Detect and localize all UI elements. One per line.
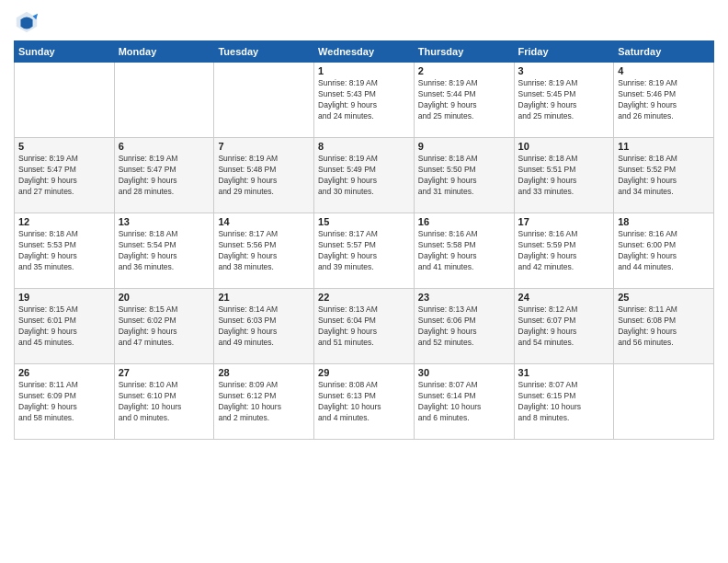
day-number: 30 bbox=[418, 367, 510, 378]
calendar-cell: 21Sunrise: 8:14 AM Sunset: 6:03 PM Dayli… bbox=[214, 289, 314, 364]
day-number: 8 bbox=[318, 141, 410, 152]
calendar-cell: 4Sunrise: 8:19 AM Sunset: 5:46 PM Daylig… bbox=[614, 63, 714, 138]
calendar-cell: 30Sunrise: 8:07 AM Sunset: 6:14 PM Dayli… bbox=[414, 364, 514, 440]
day-number: 17 bbox=[518, 216, 610, 227]
day-number: 10 bbox=[518, 141, 610, 152]
day-number: 14 bbox=[218, 216, 310, 227]
day-number: 16 bbox=[418, 216, 510, 227]
day-info: Sunrise: 8:18 AM Sunset: 5:51 PM Dayligh… bbox=[518, 154, 610, 198]
calendar-table: SundayMondayTuesdayWednesdayThursdayFrid… bbox=[14, 40, 714, 440]
day-info: Sunrise: 8:18 AM Sunset: 5:50 PM Dayligh… bbox=[418, 154, 510, 198]
day-info: Sunrise: 8:09 AM Sunset: 6:12 PM Dayligh… bbox=[218, 380, 310, 424]
main-container: SundayMondayTuesdayWednesdayThursdayFrid… bbox=[0, 0, 728, 563]
day-number: 13 bbox=[119, 216, 210, 227]
day-info: Sunrise: 8:11 AM Sunset: 6:08 PM Dayligh… bbox=[618, 304, 710, 349]
logo-icon bbox=[14, 9, 40, 35]
day-info: Sunrise: 8:07 AM Sunset: 6:15 PM Dayligh… bbox=[518, 380, 610, 424]
day-number: 15 bbox=[318, 216, 410, 227]
calendar-cell: 2Sunrise: 8:19 AM Sunset: 5:44 PM Daylig… bbox=[414, 63, 514, 138]
calendar-cell: 11Sunrise: 8:18 AM Sunset: 5:52 PM Dayli… bbox=[614, 138, 714, 213]
calendar-cell: 6Sunrise: 8:19 AM Sunset: 5:47 PM Daylig… bbox=[114, 138, 214, 213]
logo bbox=[14, 9, 43, 35]
day-info: Sunrise: 8:13 AM Sunset: 6:04 PM Dayligh… bbox=[318, 304, 410, 349]
calendar-cell: 1Sunrise: 8:19 AM Sunset: 5:43 PM Daylig… bbox=[314, 63, 415, 138]
calendar-cell: 3Sunrise: 8:19 AM Sunset: 5:45 PM Daylig… bbox=[514, 63, 614, 138]
calendar-cell: 22Sunrise: 8:13 AM Sunset: 6:04 PM Dayli… bbox=[314, 289, 415, 364]
day-number: 3 bbox=[518, 65, 610, 76]
calendar-cell: 23Sunrise: 8:13 AM Sunset: 6:06 PM Dayli… bbox=[414, 289, 514, 364]
day-info: Sunrise: 8:08 AM Sunset: 6:13 PM Dayligh… bbox=[318, 380, 410, 424]
day-info: Sunrise: 8:19 AM Sunset: 5:47 PM Dayligh… bbox=[18, 154, 110, 198]
calendar-cell: 16Sunrise: 8:16 AM Sunset: 5:58 PM Dayli… bbox=[414, 213, 514, 289]
weekday-header-thursday: Thursday bbox=[414, 41, 514, 63]
calendar-cell bbox=[114, 63, 214, 138]
calendar-cell: 28Sunrise: 8:09 AM Sunset: 6:12 PM Dayli… bbox=[214, 364, 314, 440]
calendar-cell: 8Sunrise: 8:19 AM Sunset: 5:49 PM Daylig… bbox=[314, 138, 415, 213]
day-info: Sunrise: 8:12 AM Sunset: 6:07 PM Dayligh… bbox=[518, 304, 610, 349]
day-info: Sunrise: 8:07 AM Sunset: 6:14 PM Dayligh… bbox=[418, 380, 510, 424]
calendar-cell: 13Sunrise: 8:18 AM Sunset: 5:54 PM Dayli… bbox=[114, 213, 214, 289]
calendar-cell: 17Sunrise: 8:16 AM Sunset: 5:59 PM Dayli… bbox=[514, 213, 614, 289]
day-info: Sunrise: 8:15 AM Sunset: 6:01 PM Dayligh… bbox=[18, 304, 110, 349]
day-number: 5 bbox=[18, 141, 110, 152]
day-info: Sunrise: 8:19 AM Sunset: 5:49 PM Dayligh… bbox=[318, 154, 410, 198]
day-number: 18 bbox=[618, 216, 710, 227]
calendar-cell: 20Sunrise: 8:15 AM Sunset: 6:02 PM Dayli… bbox=[114, 289, 214, 364]
day-number: 28 bbox=[218, 367, 310, 378]
week-row-1: 5Sunrise: 8:19 AM Sunset: 5:47 PM Daylig… bbox=[15, 138, 714, 213]
day-info: Sunrise: 8:18 AM Sunset: 5:54 PM Dayligh… bbox=[119, 229, 210, 273]
calendar-cell: 9Sunrise: 8:18 AM Sunset: 5:50 PM Daylig… bbox=[414, 138, 514, 213]
day-number: 27 bbox=[119, 367, 210, 378]
day-info: Sunrise: 8:19 AM Sunset: 5:43 PM Dayligh… bbox=[318, 78, 410, 122]
day-number: 4 bbox=[618, 65, 710, 76]
weekday-header-friday: Friday bbox=[514, 41, 614, 63]
day-number: 24 bbox=[518, 292, 610, 303]
day-number: 22 bbox=[318, 292, 410, 303]
calendar-cell: 27Sunrise: 8:10 AM Sunset: 6:10 PM Dayli… bbox=[114, 364, 214, 440]
calendar-cell: 18Sunrise: 8:16 AM Sunset: 6:00 PM Dayli… bbox=[614, 213, 714, 289]
calendar-cell: 15Sunrise: 8:17 AM Sunset: 5:57 PM Dayli… bbox=[314, 213, 415, 289]
day-info: Sunrise: 8:18 AM Sunset: 5:52 PM Dayligh… bbox=[618, 154, 710, 198]
day-info: Sunrise: 8:16 AM Sunset: 6:00 PM Dayligh… bbox=[618, 229, 710, 273]
day-number: 31 bbox=[518, 367, 610, 378]
weekday-header-sunday: Sunday bbox=[15, 41, 115, 63]
weekday-header-saturday: Saturday bbox=[614, 41, 714, 63]
day-info: Sunrise: 8:16 AM Sunset: 5:58 PM Dayligh… bbox=[418, 229, 510, 273]
weekday-header-monday: Monday bbox=[114, 41, 214, 63]
day-number: 25 bbox=[618, 292, 710, 303]
day-number: 2 bbox=[418, 65, 510, 76]
calendar-cell: 24Sunrise: 8:12 AM Sunset: 6:07 PM Dayli… bbox=[514, 289, 614, 364]
calendar-cell: 31Sunrise: 8:07 AM Sunset: 6:15 PM Dayli… bbox=[514, 364, 614, 440]
day-number: 6 bbox=[119, 141, 210, 152]
calendar-cell: 26Sunrise: 8:11 AM Sunset: 6:09 PM Dayli… bbox=[15, 364, 115, 440]
day-number: 7 bbox=[218, 141, 310, 152]
week-row-2: 12Sunrise: 8:18 AM Sunset: 5:53 PM Dayli… bbox=[15, 213, 714, 289]
calendar-cell: 19Sunrise: 8:15 AM Sunset: 6:01 PM Dayli… bbox=[15, 289, 115, 364]
header bbox=[14, 9, 714, 35]
day-number: 23 bbox=[418, 292, 510, 303]
weekday-header-tuesday: Tuesday bbox=[214, 41, 314, 63]
calendar-cell: 10Sunrise: 8:18 AM Sunset: 5:51 PM Dayli… bbox=[514, 138, 614, 213]
calendar-cell bbox=[614, 364, 714, 440]
week-row-0: 1Sunrise: 8:19 AM Sunset: 5:43 PM Daylig… bbox=[15, 63, 714, 138]
day-number: 20 bbox=[119, 292, 210, 303]
calendar-cell: 12Sunrise: 8:18 AM Sunset: 5:53 PM Dayli… bbox=[15, 213, 115, 289]
day-number: 9 bbox=[418, 141, 510, 152]
day-number: 19 bbox=[18, 292, 110, 303]
calendar-cell: 14Sunrise: 8:17 AM Sunset: 5:56 PM Dayli… bbox=[214, 213, 314, 289]
day-info: Sunrise: 8:17 AM Sunset: 5:57 PM Dayligh… bbox=[318, 229, 410, 273]
day-info: Sunrise: 8:19 AM Sunset: 5:46 PM Dayligh… bbox=[618, 78, 710, 122]
calendar-cell bbox=[214, 63, 314, 138]
day-info: Sunrise: 8:10 AM Sunset: 6:10 PM Dayligh… bbox=[119, 380, 210, 424]
weekday-header-wednesday: Wednesday bbox=[314, 41, 415, 63]
day-info: Sunrise: 8:15 AM Sunset: 6:02 PM Dayligh… bbox=[119, 304, 210, 349]
day-info: Sunrise: 8:19 AM Sunset: 5:48 PM Dayligh… bbox=[218, 154, 310, 198]
calendar-cell: 5Sunrise: 8:19 AM Sunset: 5:47 PM Daylig… bbox=[15, 138, 115, 213]
calendar-cell: 7Sunrise: 8:19 AM Sunset: 5:48 PM Daylig… bbox=[214, 138, 314, 213]
day-number: 21 bbox=[218, 292, 310, 303]
day-number: 26 bbox=[18, 367, 110, 378]
day-number: 29 bbox=[318, 367, 410, 378]
calendar-cell: 29Sunrise: 8:08 AM Sunset: 6:13 PM Dayli… bbox=[314, 364, 415, 440]
day-info: Sunrise: 8:14 AM Sunset: 6:03 PM Dayligh… bbox=[218, 304, 310, 349]
week-row-4: 26Sunrise: 8:11 AM Sunset: 6:09 PM Dayli… bbox=[15, 364, 714, 440]
